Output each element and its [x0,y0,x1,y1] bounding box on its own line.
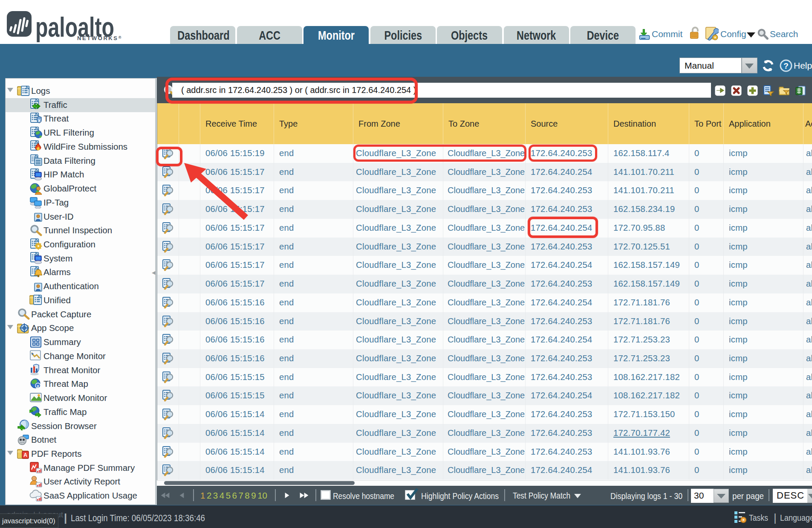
svg-text:?: ? [783,61,789,70]
svg-text:x: x [38,118,41,123]
svg-text:A: A [23,452,27,458]
svg-text:x: x [37,384,39,389]
